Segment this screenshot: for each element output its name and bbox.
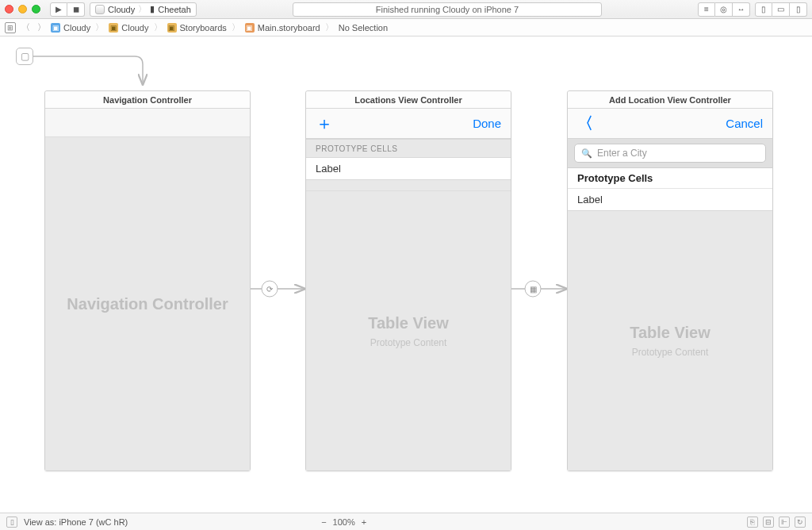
storyboard-file-icon: ▣ (245, 23, 255, 33)
search-bar: 🔍 Enter a City (568, 139, 772, 168)
scene-title: Locations View Controller (306, 91, 511, 109)
navigation-controller-label: Navigation Controller (45, 137, 250, 470)
scene-locations-view-controller[interactable]: Locations View Controller ＋ Done PROTOTY… (305, 90, 511, 471)
prototype-cells-header: PROTOTYPE CELLS (306, 139, 511, 158)
zoom-controls: − 100% + (321, 517, 366, 527)
cell-label: Label (577, 194, 603, 205)
zoom-in-button[interactable]: + (362, 517, 366, 527)
folder-icon: ▣ (109, 23, 118, 33)
status-text: Finished running Cloudy on iPhone 7 (376, 5, 519, 14)
scene-add-location-view-controller[interactable]: Add Location View Controller 〈 Cancel 🔍 … (567, 90, 773, 471)
cell-label: Label (316, 163, 341, 175)
chevron-icon: 〉 (154, 21, 163, 33)
pin-button[interactable]: ⊩ (779, 517, 790, 528)
prototype-cell[interactable]: Label (306, 158, 511, 180)
scheme-device-label: Cheetah (158, 5, 191, 14)
tableview-subtitle: Prototype Content (632, 347, 709, 358)
forward-button[interactable]: 〉 (35, 21, 48, 33)
toggle-navigator-button[interactable]: ▯ (755, 2, 772, 17)
version-editor-button[interactable]: ↔ (733, 2, 750, 17)
scheme-selector[interactable]: Cloudy 〉 ▮ Cheetah (90, 2, 197, 17)
standard-editor-button[interactable]: ≡ (698, 2, 715, 17)
add-button[interactable]: ＋ (316, 115, 333, 132)
table-view-placeholder: Table View Prototype Content (306, 191, 511, 470)
cancel-button[interactable]: Cancel (726, 117, 763, 130)
svg-point-4 (525, 281, 541, 297)
done-button[interactable]: Done (473, 117, 501, 130)
toggle-debug-button[interactable]: ▭ (772, 2, 790, 17)
search-icon: 🔍 (581, 148, 592, 159)
scene-title: Add Location View Controller (568, 91, 772, 109)
folder-icon: ▣ (167, 23, 177, 33)
breadcrumb-group[interactable]: Cloudy (121, 23, 148, 33)
table-view-placeholder: Table View Prototype Content (568, 211, 772, 470)
document-outline-toggle[interactable]: ▯ (6, 517, 17, 528)
breadcrumb-project[interactable]: Cloudy (63, 23, 90, 33)
embed-in-button[interactable]: ⎘ (747, 517, 758, 528)
project-icon: ▣ (51, 23, 60, 33)
breadcrumb-file[interactable]: Main.storyboard (258, 23, 320, 33)
search-placeholder: Enter a City (597, 148, 647, 159)
view-as-label[interactable]: View as: iPhone 7 (wC hR) (24, 517, 128, 527)
window-controls (5, 5, 40, 13)
run-button[interactable]: ▶ (50, 2, 67, 17)
related-items-icon[interactable]: ⊞ (5, 22, 16, 33)
breadcrumb-storyboards[interactable]: Storyboards (180, 23, 227, 33)
storyboard-canvas[interactable]: ⟳ ▦ ▢ Navigation Controller Navigation C… (0, 36, 812, 513)
navigation-bar: ＋ Done (306, 109, 511, 139)
close-window-button[interactable] (5, 5, 13, 13)
navigation-bar: 〈 Cancel (568, 109, 772, 139)
stop-button[interactable]: ◼ (67, 2, 85, 17)
jump-bar[interactable]: ⊞ 〈 〉 ▣ Cloudy 〉 ▣ Cloudy 〉 ▣ Storyboard… (0, 19, 812, 36)
initial-vc-indicator[interactable]: ▢ (16, 48, 33, 65)
svg-text:⟳: ⟳ (266, 285, 274, 294)
app-icon (95, 5, 105, 14)
tableview-title: Table View (368, 314, 449, 332)
prototype-cells-header: Prototype Cells (568, 168, 772, 189)
chevron-icon: 〉 (95, 21, 104, 33)
scheme-separator: 〉 (138, 3, 147, 15)
scene-navigation-controller[interactable]: Navigation Controller Navigation Control… (44, 90, 251, 471)
svg-point-1 (262, 281, 278, 297)
toggle-utilities-button[interactable]: ▯ (790, 2, 807, 17)
back-button[interactable]: 〈 (577, 113, 593, 134)
canvas-bottom-bar: ▯ View as: iPhone 7 (wC hR) − 100% + ⎘ ⊟… (0, 513, 812, 530)
minimize-window-button[interactable] (18, 5, 27, 13)
scheme-app-label: Cloudy (108, 5, 135, 14)
tableview-title: Table View (630, 324, 710, 342)
resolve-issues-button[interactable]: ↻ (795, 517, 806, 528)
tableview-subtitle: Prototype Content (370, 337, 447, 348)
zoom-window-button[interactable] (32, 5, 40, 13)
zoom-out-button[interactable]: − (321, 517, 326, 527)
back-button[interactable]: 〈 (19, 21, 32, 33)
navigation-bar-placeholder (45, 109, 250, 137)
zoom-percent[interactable]: 100% (333, 517, 355, 527)
window-toolbar: ▶ ◼ Cloudy 〉 ▮ Cheetah Finished running … (0, 0, 812, 19)
activity-status: Finished running Cloudy on iPhone 7 (293, 2, 602, 17)
scene-title: Navigation Controller (45, 91, 250, 109)
chevron-icon: 〉 (325, 21, 334, 33)
spacer (306, 180, 511, 191)
svg-text:▦: ▦ (530, 285, 537, 294)
align-button[interactable]: ⊟ (763, 517, 774, 528)
assistant-editor-button[interactable]: ◎ (715, 2, 733, 17)
prototype-cell[interactable]: Label (568, 189, 772, 211)
device-icon: ▮ (150, 4, 155, 14)
breadcrumb-selection[interactable]: No Selection (339, 23, 388, 33)
search-input[interactable]: 🔍 Enter a City (574, 144, 766, 163)
chevron-icon: 〉 (232, 21, 240, 33)
